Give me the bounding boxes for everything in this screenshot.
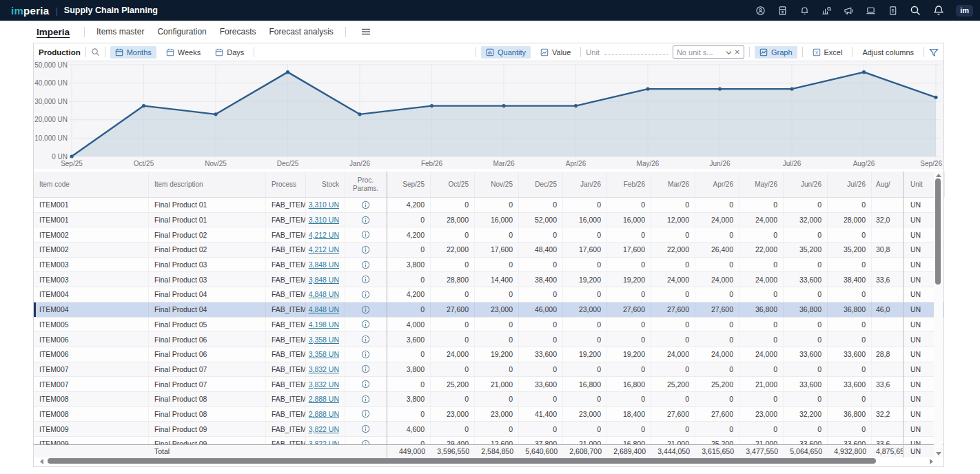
hamburger-icon[interactable] [360, 26, 371, 37]
stock-link[interactable]: 2,888 UN [309, 410, 339, 418]
table-row[interactable]: ITEM007Final Product 07FAB_ITEM...3,832 … [34, 362, 943, 378]
table-row[interactable]: ITEM002Final Product 02FAB_ITEM...4,212 … [34, 243, 943, 258]
month-value-cell: 0 [651, 227, 695, 242]
nav-item-configuration[interactable]: Configuration [156, 27, 207, 37]
info-icon[interactable] [361, 424, 370, 433]
table-row[interactable]: ITEM009Final Product 09FAB_ITEM...3,822 … [34, 437, 943, 444]
stock-link[interactable]: 4,212 UN [309, 231, 339, 239]
stock-link[interactable]: 3,832 UN [309, 380, 339, 389]
notifications-icon[interactable] [933, 5, 944, 16]
search-icon[interactable] [91, 48, 100, 56]
badge-icon[interactable] [755, 6, 766, 16]
graph-button[interactable]: Graph [755, 46, 797, 59]
unit-label: Unit [586, 48, 600, 56]
stock-link[interactable]: 3,358 UN [309, 336, 339, 344]
x-axis-tick-label: Dec/25 [277, 160, 299, 167]
excel-button[interactable]: XExcel [808, 46, 848, 59]
table-row[interactable]: ITEM001Final Product 01FAB_ITEM...3,310 … [34, 198, 943, 213]
horizontal-scrollbar[interactable] [34, 457, 945, 465]
value-button[interactable]: Value [535, 46, 575, 59]
user-avatar[interactable]: im [956, 5, 973, 17]
vertical-scrollbar[interactable] [934, 172, 943, 457]
vertical-scrollbar-thumb[interactable] [935, 178, 941, 285]
stock-link[interactable]: 3,358 UN [309, 350, 339, 358]
stock-link[interactable]: 3,848 UN [309, 260, 339, 269]
clear-icon[interactable]: ✕ [735, 49, 740, 56]
table-row[interactable]: ITEM003Final Product 03FAB_ITEM...3,848 … [34, 272, 943, 287]
stock-link[interactable]: 2,888 UN [309, 395, 339, 403]
production-chart[interactable]: 0 UN10,000 UN20,000 UN30,000 UN40,000 UN… [34, 61, 945, 169]
stock-link[interactable]: 4,212 UN [309, 245, 339, 254]
stock-link[interactable]: 3,822 UN [309, 440, 339, 444]
stock-link[interactable]: 3,822 UN [309, 425, 339, 433]
proc-params-cell [345, 213, 387, 227]
table-row[interactable]: ITEM005Final Product 05FAB_ITEM...4,198 … [34, 318, 943, 333]
scroll-down-arrow[interactable] [936, 452, 941, 455]
info-icon[interactable] [361, 409, 370, 418]
info-icon[interactable] [361, 200, 370, 209]
info-icon[interactable] [361, 230, 370, 239]
table-row[interactable]: ITEM007Final Product 07FAB_ITEM...3,832 … [34, 377, 943, 392]
stock-link[interactable]: 4,848 UN [309, 305, 339, 313]
unit-select[interactable]: No unit s... ✕ [673, 45, 744, 59]
table-row[interactable]: ITEM006Final Product 06FAB_ITEM...3,358 … [34, 347, 943, 362]
horizontal-scrollbar-thumb[interactable] [48, 458, 876, 464]
megaphone-icon[interactable] [844, 6, 854, 16]
info-icon[interactable] [361, 335, 370, 344]
bell-escalation-icon[interactable] [799, 6, 810, 16]
info-icon[interactable] [361, 216, 370, 225]
info-icon[interactable] [361, 350, 370, 359]
table-row[interactable]: ITEM003Final Product 03FAB_ITEM...3,848 … [34, 258, 943, 273]
imperia-logo: imperia [11, 5, 49, 17]
stock-link[interactable]: 3,832 UN [309, 365, 339, 373]
unit-dotted-field[interactable] [604, 49, 668, 55]
table-row[interactable]: ITEM001Final Product 01FAB_ITEM...3,310 … [34, 213, 943, 228]
scroll-up-arrow[interactable] [936, 174, 941, 177]
months-button[interactable]: Months [110, 46, 156, 59]
item-description-cell: Final Product 09 [149, 422, 266, 436]
filter-funnel-icon[interactable] [929, 48, 939, 57]
table-row[interactable]: ITEM008Final Product 08FAB_ITEM...2,888 … [34, 407, 943, 422]
info-icon[interactable] [361, 440, 370, 444]
invoice-icon[interactable]: $ [888, 6, 898, 16]
adjust-columns-button[interactable]: Adjust columns [857, 46, 919, 59]
table-row[interactable]: ITEM004Final Product 04FAB_ITEM...4,848 … [34, 302, 943, 318]
info-icon[interactable] [361, 320, 370, 329]
stock-link[interactable]: 4,848 UN [309, 290, 339, 298]
info-icon[interactable] [361, 380, 370, 389]
stock-link[interactable]: 3,310 UN [309, 200, 339, 209]
nav-item-items-master[interactable]: Items master [95, 27, 145, 37]
month-value-cell: 23,000 [475, 407, 519, 422]
search-icon[interactable] [910, 5, 921, 17]
info-icon[interactable] [361, 305, 370, 314]
table-row[interactable]: ITEM002Final Product 02FAB_ITEM...4,212 … [34, 227, 943, 243]
process-cell: FAB_ITEM... [266, 347, 306, 362]
info-icon[interactable] [361, 395, 370, 404]
month-value-cell: 0 [784, 422, 828, 436]
nav-item-forecast-analysis[interactable]: Forecast analysis [267, 27, 334, 37]
table-row[interactable]: ITEM004Final Product 04FAB_ITEM...4,848 … [34, 287, 943, 302]
stock-link[interactable]: 3,848 UN [309, 276, 339, 284]
laptop-icon[interactable] [866, 6, 876, 16]
stock-link[interactable]: 4,198 UN [309, 320, 339, 329]
quantity-button[interactable]: Quantity [481, 46, 531, 59]
info-icon[interactable] [361, 290, 370, 299]
nav-item-forecasts[interactable]: Forecasts [218, 27, 258, 37]
calculator-icon[interactable] [777, 6, 788, 16]
info-icon[interactable] [361, 260, 370, 269]
weeks-button[interactable]: Weeks [161, 46, 205, 59]
info-icon[interactable] [361, 364, 370, 373]
table-row[interactable]: ITEM009Final Product 09FAB_ITEM...3,822 … [34, 422, 943, 437]
info-icon[interactable] [361, 245, 370, 254]
info-icon[interactable] [361, 275, 370, 284]
table-row[interactable]: ITEM006Final Product 06FAB_ITEM...3,358 … [34, 332, 943, 347]
nav-brand-imperia[interactable]: Imperia [37, 27, 70, 37]
table-row[interactable]: ITEM008Final Product 08FAB_ITEM...2,888 … [34, 392, 943, 407]
analytics-icon[interactable] [821, 6, 832, 16]
chevron-down-icon[interactable] [726, 48, 732, 56]
stock-link[interactable]: 3,310 UN [309, 216, 339, 224]
scroll-left-arrow[interactable] [40, 459, 43, 464]
month-value-cell: 0 [739, 332, 784, 347]
days-button[interactable]: Days [210, 46, 249, 59]
scroll-right-arrow[interactable] [930, 459, 933, 464]
